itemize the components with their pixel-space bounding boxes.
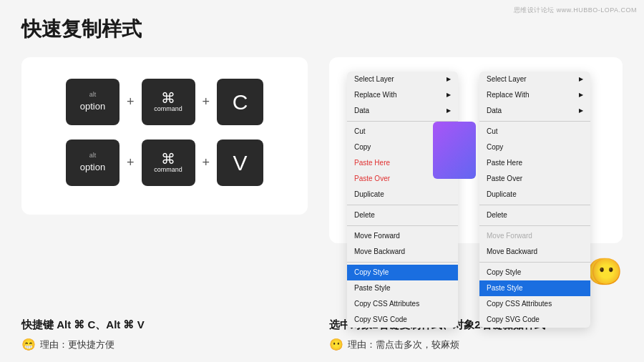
cmd-symbol-1: ⌘ — [161, 91, 175, 105]
menu2-div3 — [479, 225, 590, 226]
plus-4: + — [203, 155, 210, 170]
context-menus-container: Select Layer Replace With Data Cut Copy … — [347, 72, 605, 229]
menu1-duplicate: Duplicate — [347, 187, 458, 202]
menu2-replace-with: Replace With — [479, 87, 590, 103]
emoji-right: 😶 — [590, 257, 623, 287]
menu1-div2 — [347, 205, 458, 205]
bottom-right-emoji: 😶 — [329, 338, 343, 351]
menu2-move-forward: Move Forward — [479, 228, 590, 244]
bottom-left-title: 快捷键 Alt ⌘ C、Alt ⌘ V — [21, 318, 308, 332]
menu1-delete: Delete — [347, 207, 458, 223]
watermark: 思维设计论坛 www.HUBBO-LOPA.COM — [514, 6, 637, 15]
menu2-copy: Copy — [479, 140, 590, 155]
bottom-left-emoji: 😁 — [21, 338, 36, 351]
cmd-key-1: ⌘ command — [142, 79, 195, 125]
left-panel: alt option + ⌘ command + C alt option + … — [21, 57, 308, 215]
cmd-symbol-2: ⌘ — [161, 152, 175, 166]
bottom-left-desc: 😁 理由：更快捷方便 — [21, 338, 308, 351]
object-preview — [433, 122, 476, 179]
menu1-copy-svg: Copy SVG Code — [347, 312, 458, 328]
context-menu-1: Select Layer Replace With Data Cut Copy … — [347, 72, 458, 328]
alt-label-2: alt — [89, 152, 97, 160]
key-row-2: alt option + ⌘ command + V — [36, 140, 293, 186]
menu1-copy-style: Copy Style — [347, 265, 458, 280]
menu2-delete: Delete — [479, 207, 590, 223]
menu2-paste-style: Paste Style — [479, 280, 590, 296]
alt-key-1: alt option — [66, 79, 119, 125]
menu1-move-backward: Move Backward — [347, 244, 458, 260]
menu1-move-forward: Move Forward — [347, 228, 458, 244]
key-row-1: alt option + ⌘ command + C — [36, 79, 293, 125]
cmd-key-2: ⌘ command — [142, 140, 195, 186]
menu2-paste-over: Paste Over — [479, 171, 590, 187]
alt-key-2: alt option — [66, 140, 119, 186]
option-label-1: option — [80, 101, 105, 113]
menu2-cut: Cut — [479, 124, 590, 140]
option-label-2: option — [80, 162, 105, 174]
menu1-select-layer: Select Layer — [347, 72, 458, 87]
menu2-data: Data — [479, 103, 590, 119]
command-label-1: command — [154, 105, 182, 114]
command-label-2: command — [154, 166, 182, 175]
plus-1: + — [127, 94, 135, 109]
right-panel: Select Layer Replace With Data Cut Copy … — [329, 57, 623, 243]
menu2-duplicate: Duplicate — [479, 187, 590, 202]
menu2-div4 — [479, 262, 590, 263]
menu2-div2 — [479, 205, 590, 205]
bottom-left-text: 理由：更快捷方便 — [40, 338, 114, 351]
alt-label-1: alt — [89, 91, 97, 99]
menu2-paste-here: Paste Here — [479, 155, 590, 171]
bottom-right-text: 理由：需点击多次，较麻烦 — [348, 338, 459, 351]
v-key: V — [217, 140, 263, 186]
menu1-copy-css: Copy CSS Attributes — [347, 296, 458, 312]
page-title: 快速复制样式 — [21, 16, 142, 43]
menu2-copy-css: Copy CSS Attributes — [479, 296, 590, 312]
plus-2: + — [203, 94, 210, 109]
context-menu-2: Select Layer Replace With Data Cut Copy … — [479, 72, 590, 328]
plus-3: + — [127, 155, 135, 170]
bottom-left-section: 快捷键 Alt ⌘ C、Alt ⌘ V 😁 理由：更快捷方便 — [21, 318, 308, 351]
menu1-div3 — [347, 225, 458, 226]
menu2-copy-svg: Copy SVG Code — [479, 312, 590, 328]
menu1-paste-style: Paste Style — [347, 280, 458, 296]
menu1-div4 — [347, 262, 458, 263]
menu2-div1 — [479, 121, 590, 122]
menu1-replace-with: Replace With — [347, 87, 458, 103]
menu2-select-layer: Select Layer — [479, 72, 590, 87]
menu2-move-backward: Move Backward — [479, 244, 590, 260]
menu1-data: Data — [347, 103, 458, 119]
bottom-right-desc: 😶 理由：需点击多次，较麻烦 — [329, 338, 623, 351]
menu2-copy-style: Copy Style — [479, 265, 590, 280]
c-key: C — [217, 79, 263, 125]
